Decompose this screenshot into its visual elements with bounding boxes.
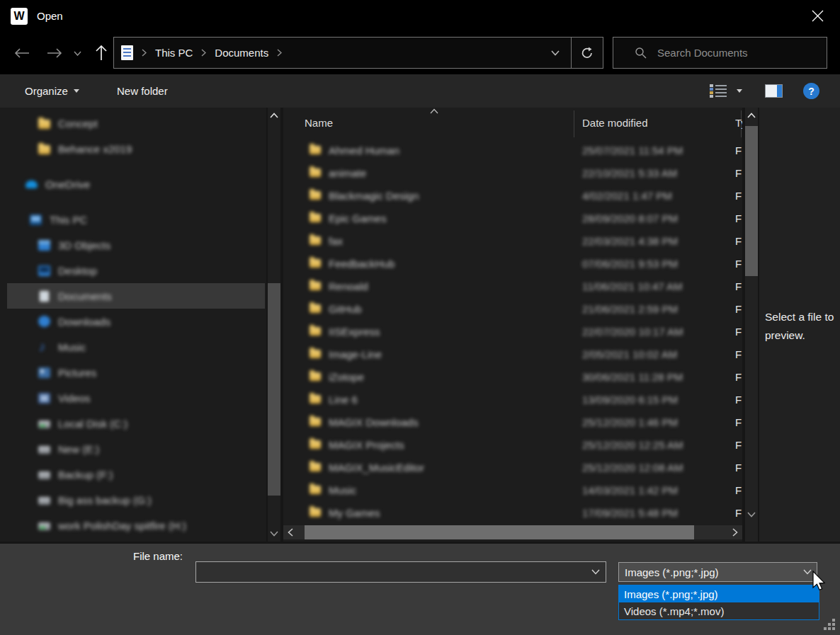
sidebar-item[interactable]: Downloads bbox=[7, 309, 265, 334]
file-row-type: F bbox=[735, 348, 742, 360]
sort-ascending-icon bbox=[429, 108, 439, 114]
breadcrumb-this-pc[interactable]: This PC bbox=[155, 47, 193, 59]
file-row[interactable]: My Games 17/09/2021 5:48 PM F bbox=[283, 501, 742, 524]
preview-pane-button[interactable] bbox=[765, 74, 783, 108]
folder-icon bbox=[310, 214, 321, 222]
close-button[interactable] bbox=[800, 0, 834, 32]
sidebar-item[interactable]: 3D Objects bbox=[7, 232, 265, 258]
search-box[interactable] bbox=[613, 37, 827, 69]
scroll-right-icon[interactable] bbox=[728, 525, 742, 539]
file-row[interactable]: Renoald 11/06/2021 10:47 AM F bbox=[283, 275, 742, 297]
address-bar[interactable]: This PC Documents bbox=[113, 37, 603, 69]
file-row[interactable]: MAGIX Projects 25/12/2020 12:25 AM F bbox=[283, 433, 742, 456]
column-divider[interactable] bbox=[574, 110, 574, 137]
file-row[interactable]: Image-Line 2/05/2021 10:02 AM F bbox=[283, 343, 742, 365]
file-row-type: F bbox=[735, 394, 742, 406]
address-dropdown-button[interactable] bbox=[540, 38, 571, 68]
folder-icon bbox=[310, 486, 321, 494]
scroll-left-icon[interactable] bbox=[283, 525, 297, 539]
file-row-date-modified: 25/12/2020 12:25 AM bbox=[582, 439, 683, 451]
sidebar-item[interactable]: work PolishDay spitfire (H:) bbox=[7, 513, 265, 538]
sidebar-item[interactable]: Music bbox=[7, 334, 265, 360]
column-header-type[interactable]: Ty bbox=[735, 117, 742, 129]
sidebar-item[interactable]: Behance x2019 bbox=[7, 136, 265, 161]
organize-button[interactable]: Organize bbox=[25, 74, 79, 108]
search-input[interactable] bbox=[657, 47, 813, 59]
sidebar-item-label: New (E:) bbox=[58, 443, 99, 455]
file-row-type: F bbox=[735, 190, 742, 202]
refresh-button[interactable] bbox=[572, 38, 603, 68]
file-type-option[interactable]: Videos (*.mp4;*.mov) bbox=[619, 602, 819, 619]
file-name-input[interactable] bbox=[196, 566, 586, 578]
sidebar-item[interactable]: Videos bbox=[7, 385, 265, 411]
sidebar-item[interactable]: Big ass backup (G:) bbox=[7, 487, 265, 513]
file-row-name: animate bbox=[329, 167, 366, 179]
breadcrumb: This PC Documents bbox=[114, 45, 540, 60]
file-row[interactable]: Blackmagic Design 4/02/2021 1:47 PM F bbox=[283, 184, 742, 207]
file-row[interactable]: MAGIX_MusicEditor 25/12/2020 12:08 AM F bbox=[283, 456, 742, 479]
file-row[interactable]: MAGIX Downloads 25/12/2020 1:46 PM F bbox=[283, 411, 742, 433]
chevron-down-icon bbox=[551, 50, 560, 56]
sidebar-item-label: Downloads bbox=[58, 316, 110, 328]
scrollbar-thumb[interactable] bbox=[305, 525, 694, 539]
file-row-date-modified: 25/12/2020 12:08 AM bbox=[582, 462, 683, 474]
breadcrumb-documents[interactable]: Documents bbox=[215, 47, 268, 59]
help-button[interactable]: ? bbox=[803, 74, 819, 108]
scroll-up-icon[interactable] bbox=[268, 109, 280, 122]
scrollbar-thumb[interactable] bbox=[268, 283, 280, 496]
file-name-combobox[interactable] bbox=[195, 561, 606, 583]
chevron-down-icon[interactable] bbox=[586, 569, 606, 575]
sidebar-item[interactable]: Pictures bbox=[7, 360, 265, 385]
file-row[interactable]: Music 14/03/2021 1:42 PM F bbox=[283, 479, 742, 501]
file-type-option[interactable]: Images (*.png;*.jpg) bbox=[619, 585, 819, 602]
file-row[interactable]: fax 22/03/2021 4:38 PM F bbox=[283, 229, 742, 252]
scroll-down-icon[interactable] bbox=[745, 508, 758, 521]
view-options-caret[interactable] bbox=[737, 74, 742, 108]
pc-icon bbox=[30, 214, 42, 225]
scrollbar-thumb[interactable] bbox=[745, 126, 758, 276]
file-row[interactable]: FeedbackHub 07/06/2021 9:53 PM F bbox=[283, 252, 742, 275]
change-view-button[interactable] bbox=[710, 74, 728, 108]
sidebar-item[interactable]: Local Disk (C:) bbox=[7, 411, 265, 436]
file-row[interactable]: Line 6 13/09/2020 6:15 PM F bbox=[283, 388, 742, 411]
new-folder-button[interactable]: New folder bbox=[117, 74, 168, 108]
back-button[interactable] bbox=[10, 43, 34, 63]
drive-green-icon bbox=[38, 522, 50, 530]
folder-icon bbox=[310, 440, 321, 449]
scroll-up-icon[interactable] bbox=[745, 109, 758, 122]
file-type-combobox[interactable]: Images (*.png;*.jpg) bbox=[618, 562, 817, 582]
recent-locations-button[interactable] bbox=[68, 43, 86, 63]
sidebar-item[interactable]: Backup (F:) bbox=[7, 462, 265, 487]
forward-button[interactable] bbox=[42, 43, 67, 63]
folder-icon bbox=[310, 304, 321, 313]
file-row[interactable]: iZotope 30/06/2021 11:28 PM F bbox=[283, 365, 742, 388]
sidebar-item[interactable]: Documents bbox=[7, 283, 265, 309]
up-button[interactable] bbox=[89, 43, 113, 63]
sidebar-item[interactable]: This PC bbox=[7, 207, 265, 232]
sidebar-item[interactable]: Concept bbox=[7, 110, 265, 136]
file-row[interactable]: Epic Games 28/09/2020 8:07 PM F bbox=[283, 207, 742, 229]
file-row[interactable]: GitHub 21/06/2021 2:59 PM F bbox=[283, 297, 742, 320]
folder-icon bbox=[310, 395, 321, 404]
sidebar-item[interactable]: Desktop bbox=[7, 258, 265, 283]
sidebar-item[interactable]: OneDrive bbox=[7, 171, 265, 197]
column-header-date-modified[interactable]: Date modified bbox=[582, 117, 648, 129]
column-header-name[interactable]: Name bbox=[305, 117, 333, 129]
sidebar-item-label: Desktop bbox=[58, 265, 97, 277]
scroll-down-icon[interactable] bbox=[268, 527, 280, 540]
file-row[interactable]: IISExpress 22/07/2020 10:17 AM F bbox=[283, 320, 742, 343]
file-row-type: F bbox=[735, 167, 742, 179]
sidebar-item-label: Behance x2019 bbox=[58, 143, 132, 155]
refresh-icon bbox=[581, 47, 594, 59]
horizontal-scrollbar[interactable] bbox=[283, 525, 742, 539]
sidebar-item[interactable]: New (E:) bbox=[7, 436, 265, 462]
disk-green-icon bbox=[38, 421, 50, 428]
file-list-scrollbar[interactable] bbox=[745, 108, 758, 542]
sidebar-scrollbar[interactable] bbox=[268, 108, 280, 542]
sidebar-item-label: Local Disk (C:) bbox=[58, 418, 127, 430]
file-row-name: fax bbox=[329, 235, 343, 247]
file-row[interactable]: animate 22/10/2021 5:33 AM F bbox=[283, 161, 742, 184]
resize-grip-icon[interactable] bbox=[832, 627, 835, 630]
file-row[interactable]: Ahmed Human 25/07/2021 11:54 PM F bbox=[283, 139, 742, 161]
sidebar-item-label: 3D Objects bbox=[58, 239, 110, 251]
